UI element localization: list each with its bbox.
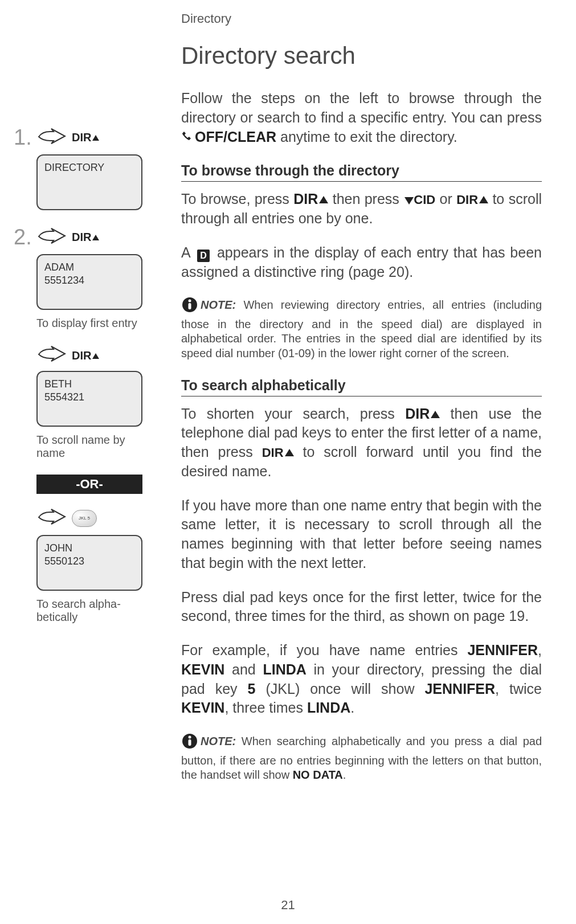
off-clear-key: OFF/CLEAR — [195, 129, 276, 145]
up-arrow-icon — [431, 411, 440, 418]
up-arrow-icon — [92, 235, 99, 240]
screen-entry-number: 5551234 — [44, 275, 84, 286]
or-divider: -OR- — [36, 475, 142, 494]
browse-p2: A D appears in the display of each entry… — [181, 243, 542, 282]
step-1-row: 1. DIR — [14, 125, 165, 150]
main-content: Directory Directory search Follow the st… — [165, 11, 542, 783]
step-2-row: 2. DIR — [14, 225, 165, 250]
distinctive-ring-icon: D — [197, 250, 210, 262]
screen-directory: DIRECTORY — [36, 154, 142, 210]
svg-rect-5 — [189, 739, 191, 746]
alpha-heading: To search alphabetically — [181, 377, 542, 396]
up-arrow-icon — [285, 449, 294, 456]
svg-point-4 — [189, 736, 191, 739]
hand-icon — [38, 508, 70, 529]
svg-rect-2 — [189, 303, 191, 309]
page-number: 21 — [0, 898, 576, 913]
up-arrow-icon — [92, 135, 99, 141]
left-steps-column: 1. DIR DIRECTORY 2. DIR ADAM 5551234 To … — [11, 11, 165, 783]
screen-entry-number: 5554321 — [44, 391, 84, 403]
browse-p1: To browse, press DIR then press CID or D… — [181, 190, 542, 228]
keypad-5-button: JKL 5 — [72, 510, 97, 527]
svg-point-1 — [189, 300, 191, 302]
page-title: Directory search — [181, 42, 542, 69]
screen-entry-number: 5550123 — [44, 555, 84, 567]
screen-entry-name: JOHN — [44, 542, 72, 554]
dir-key-label: DIR — [72, 131, 99, 144]
screen-beth: BETH 5554321 — [36, 371, 142, 427]
step-2-number: 2. — [14, 225, 34, 250]
up-arrow-icon — [319, 196, 328, 203]
phone-icon — [181, 129, 194, 148]
intro-paragraph: Follow the steps on the left to browse t… — [181, 89, 542, 148]
alpha-p1: To shorten your search, press DIR then u… — [181, 404, 542, 481]
up-arrow-icon — [479, 196, 488, 203]
note-1: NOTE: When reviewing directory entries, … — [181, 296, 542, 361]
hand-icon — [38, 345, 70, 366]
hand-icon — [38, 127, 70, 149]
screen-entry-name: ADAM — [44, 261, 74, 273]
step-3-caption: To scroll name by name — [36, 434, 150, 460]
step-4-caption: To search alpha- betically — [36, 598, 150, 624]
hand-icon — [38, 227, 70, 248]
up-arrow-icon — [92, 353, 99, 359]
alpha-p2: If you have more than one name entry tha… — [181, 496, 542, 573]
dir-key-label: DIR — [72, 349, 99, 362]
section-label: Directory — [181, 11, 542, 26]
dir-key-label: DIR — [72, 231, 99, 244]
down-arrow-icon — [405, 197, 414, 205]
screen-adam: ADAM 5551234 — [36, 254, 142, 310]
screen-john: JOHN 5550123 — [36, 535, 142, 591]
alpha-p4: For example, if you have name entries JE… — [181, 641, 542, 718]
step-2-caption: To display first entry — [36, 317, 150, 330]
alpha-p3: Press dial pad keys once for the first l… — [181, 588, 542, 627]
step-1-number: 1. — [14, 125, 34, 150]
screen-directory-text: DIRECTORY — [44, 162, 104, 173]
info-icon — [181, 296, 198, 317]
screen-entry-name: BETH — [44, 378, 72, 390]
step-4-row: JKL 5 — [14, 508, 165, 529]
note-2: NOTE: When searching alphabetically and … — [181, 733, 542, 783]
info-icon — [181, 733, 198, 754]
browse-heading: To browse through the directory — [181, 162, 542, 182]
step-3-row: DIR — [14, 345, 165, 366]
